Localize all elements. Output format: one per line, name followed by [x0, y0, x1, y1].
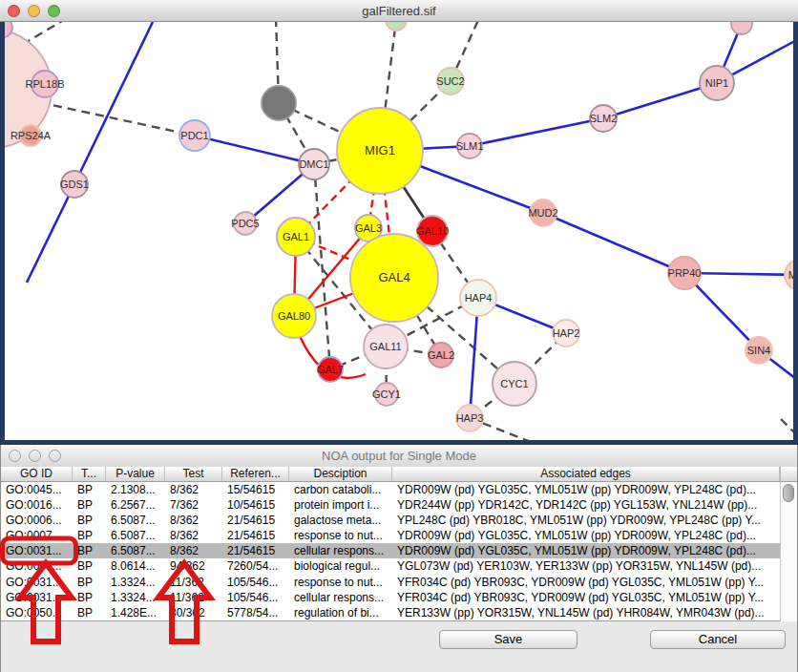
table-row-2[interactable]: GO:0006...BP6.5087...8/36221/54615galact… — [1, 513, 780, 528]
scrollbar-corner — [780, 467, 797, 482]
cell-p_value: 6.5087... — [106, 528, 165, 543]
table-row-7[interactable]: GO:0031...BP1.3324...11/362105/546...cel… — [1, 590, 780, 605]
node-gray-node[interactable] — [262, 86, 296, 120]
node-label-HAP2: HAP2 — [553, 327, 580, 339]
node-tr-pink[interactable] — [731, 22, 752, 34]
column-header-6[interactable]: Associated edges — [392, 467, 780, 481]
cell-p_value: 1.3324... — [106, 590, 165, 605]
cell-description: response to nut... — [289, 575, 392, 590]
vertical-scrollbar[interactable] — [780, 482, 797, 621]
network-window-titlebar[interactable]: galFiltered.sif — [0, 0, 798, 22]
noa-titlebar[interactable]: NOA output for Single Mode — [1, 445, 797, 468]
cell-edges: YDR009W (pd) YGL035C, YML051W (pp) YDR00… — [392, 528, 780, 543]
cell-reference: 21/54615 — [222, 513, 289, 528]
column-header-1[interactable]: T... — [73, 467, 106, 481]
table-row-5[interactable]: GO:0065...BP8.0614...94/3627260/54...bio… — [1, 558, 780, 574]
network-canvas[interactable]: RPL18BRPS24AGDS1PDC1DMC1MIG1SUC2SLM1SLM2… — [5, 22, 793, 440]
cell-go_id: GO:0007... — [1, 528, 73, 543]
cell-type: BP — [73, 528, 106, 543]
table-row-1[interactable]: GO:0016...BP6.2567...7/36210/54615protei… — [1, 497, 780, 513]
column-header-3[interactable]: Test — [165, 467, 222, 481]
cell-edges: YER133W (pp) YOR315W, YNL145W (pd) YHR08… — [392, 605, 780, 620]
network-window-title: galFiltered.sif — [0, 4, 798, 18]
node-label-GAL3: GAL3 — [355, 222, 382, 234]
cell-edges: YDR244W (pp) YDR142C, YDR142C (pp) YGL15… — [392, 497, 780, 513]
node-green-top[interactable] — [386, 22, 407, 31]
table-row-8[interactable]: GO:0050...BP1.428E...80/3625778/54...reg… — [1, 605, 780, 620]
cell-test: 7/362 — [165, 497, 222, 513]
column-header-4[interactable]: Referen... — [222, 467, 289, 481]
cell-edges: YDR009W (pd) YGL035C, YML051W (pp) YDR00… — [392, 482, 780, 497]
cell-reference: 21/54615 — [222, 528, 289, 543]
cell-edges: YFR034C (pd) YBR093C, YDR009W (pd) YGL03… — [392, 590, 780, 605]
noa-window: NOA output for Single Mode GO IDT...P-va… — [0, 445, 798, 672]
cell-p_value: 6.5087... — [106, 513, 165, 528]
table-body: GO:0045...BP2.1308...8/36215/54615carbon… — [1, 482, 780, 621]
column-header-5[interactable]: Desciption — [289, 467, 392, 481]
node-label-SLM1: SLM1 — [456, 140, 484, 152]
cell-go_id: GO:0045... — [1, 482, 73, 497]
cell-description: biological regul... — [289, 558, 392, 574]
table-row-4[interactable]: GO:0031...BP6.5087...8/36221/54615cellul… — [1, 543, 780, 558]
column-header-0[interactable]: GO ID — [1, 467, 73, 481]
node-label-PRP40: PRP40 — [668, 267, 702, 279]
cell-reference: 21/54615 — [222, 543, 289, 558]
column-header-2[interactable]: P-value — [106, 467, 165, 481]
node-label-GAL1: GAL1 — [283, 231, 309, 242]
cell-type: BP — [73, 558, 106, 574]
cell-test: 11/362 — [165, 590, 222, 605]
cell-go_id: GO:0050... — [1, 605, 73, 620]
node-label-SUC2: SUC2 — [436, 75, 464, 87]
node-label-DMC1: DMC1 — [299, 158, 328, 170]
cell-description: carbon cataboli... — [289, 482, 392, 497]
node-label-GCY1: GCY1 — [372, 388, 401, 400]
cell-test: 8/362 — [165, 513, 222, 528]
cell-description: regulation of bi... — [289, 605, 392, 620]
edge-blue — [543, 213, 684, 273]
cell-type: BP — [73, 590, 106, 605]
node-label-SIN4: SIN4 — [747, 345, 770, 356]
node-label-HAP3: HAP3 — [456, 412, 484, 424]
cell-edges: YPL248C (pd) YBR018C, YML051W (pp) YDR00… — [392, 513, 780, 528]
cell-description: galactose meta... — [289, 513, 392, 528]
cell-edges: YGL073W (pd) YER103W, YER133W (pp) YOR31… — [392, 558, 780, 574]
cell-type: BP — [73, 605, 106, 620]
node-label-CYC1: CYC1 — [500, 378, 528, 389]
cell-type: BP — [73, 497, 106, 513]
cell-reference: 105/546... — [222, 590, 289, 605]
cell-test: 11/362 — [165, 575, 222, 590]
cell-go_id: GO:0016... — [1, 497, 73, 513]
cell-description: cellular respons... — [289, 590, 392, 605]
cell-p_value: 2.1308... — [106, 482, 165, 497]
node-label-MSN: MSN — [788, 269, 793, 281]
noa-window-title: NOA output for Single Mode — [1, 449, 797, 463]
table-row-0[interactable]: GO:0045...BP2.1308...8/36215/54615carbon… — [1, 482, 780, 497]
node-label-NIP1: NIP1 — [705, 77, 728, 89]
cell-test: 8/362 — [165, 528, 222, 543]
edge-dash — [314, 164, 330, 369]
cell-test: 80/362 — [165, 605, 222, 620]
cell-type: BP — [73, 575, 106, 590]
node-label-GDS1: GDS1 — [60, 178, 89, 190]
network-svg: RPL18BRPS24AGDS1PDC1DMC1MIG1SUC2SLM1SLM2… — [5, 22, 793, 440]
node-label-GAL10: GAL10 — [416, 225, 449, 237]
table-row-6[interactable]: GO:0031...BP1.3324...11/362105/546...res… — [1, 575, 780, 590]
cell-test: 8/362 — [165, 543, 222, 558]
node-label-RPS24A: RPS24A — [10, 130, 52, 141]
scrollbar-thumb[interactable] — [783, 484, 794, 502]
cell-edges: YFR034C (pd) YBR093C, YDR009W (pd) YGL03… — [392, 575, 780, 590]
edge-dash — [781, 419, 793, 440]
cell-reference: 10/54615 — [222, 497, 289, 513]
save-button[interactable]: Save — [439, 630, 578, 649]
node-label-GAL11: GAL11 — [369, 341, 401, 352]
table-row-3[interactable]: GO:0007...BP6.5087...8/36221/54615respon… — [1, 528, 780, 543]
node-label-SLM2: SLM2 — [590, 113, 618, 124]
cell-type: BP — [73, 543, 106, 558]
cell-reference: 105/546... — [222, 575, 289, 590]
edge-blue — [27, 184, 74, 283]
cell-edges: YDR009W (pd) YGL035C, YML051W (pp) YDR00… — [392, 543, 780, 558]
cell-type: BP — [73, 513, 106, 528]
table-header: GO IDT...P-valueTestReferen...Desciption… — [1, 467, 780, 482]
cell-test: 8/362 — [165, 482, 222, 497]
cancel-button[interactable]: Cancel — [650, 630, 786, 649]
